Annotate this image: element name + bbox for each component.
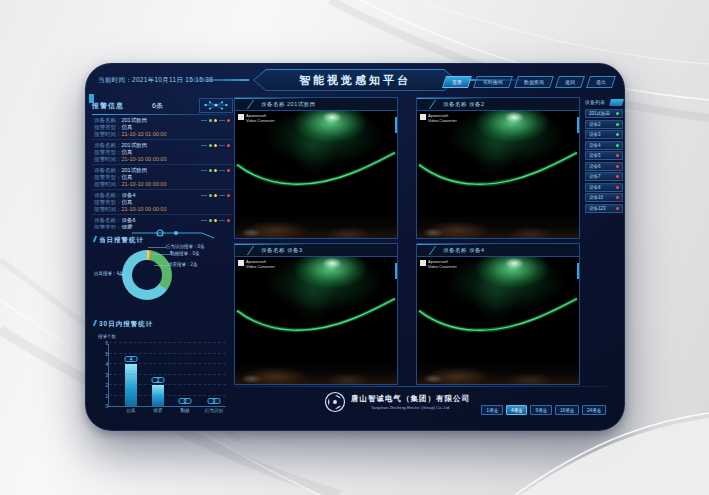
device-status-dot [616, 186, 619, 189]
y-axis-tick: 2 [100, 383, 108, 388]
video-panel-2[interactable]: 设备名称 设备2 ApowersoftVideo Converter [416, 97, 580, 239]
circuit-slider-decoration [132, 228, 232, 240]
alarm-type: 仿真 [122, 124, 133, 130]
device-status-dot [616, 196, 619, 199]
alarm-time: 21-10-10 00:00:00 [122, 156, 167, 162]
device-status-dot [616, 207, 619, 210]
device-item[interactable]: 设备5 [585, 151, 623, 160]
device-item[interactable]: 设备8 [585, 183, 623, 192]
y-axis-tick: 3 [100, 373, 108, 378]
gridline [109, 384, 226, 385]
daily-stats-title: 当日报警统计 [94, 236, 144, 245]
video-panel-4[interactable]: 设备名称 设备4 ApowersoftVideo Converter [416, 243, 580, 385]
device-item[interactable]: 设备123 [585, 204, 623, 213]
nav-realtime-curve-button[interactable]: 实时曲线 [473, 76, 513, 88]
machinery-silhouette [235, 257, 397, 384]
device-list-tab[interactable] [609, 99, 624, 106]
device-item[interactable]: 201试验田 [585, 109, 623, 118]
machinery-silhouette [235, 111, 397, 238]
video-feed[interactable]: ApowersoftVideo Converter [417, 257, 579, 384]
watermark: ApowersoftVideo Converter [420, 114, 457, 123]
panel-edge-accent [395, 263, 397, 279]
legend-leader-line [152, 254, 170, 255]
page-background: 当前时间：2021年10月11日 15:15:38 智能视觉感知平台 首页 实时… [0, 0, 709, 495]
device-item[interactable]: 设备2 [585, 120, 623, 129]
watermark-icon [238, 114, 244, 120]
page-title: 智能视觉感知平台 [254, 70, 456, 90]
channel-4-button[interactable]: 4通道 [506, 405, 528, 415]
video-panel-header: 设备名称 201试验田 [235, 98, 397, 111]
gridline [109, 363, 226, 364]
alarm-list-item[interactable]: 设备名称：设备6 报警类型：烟雾 报警时间：21-10-10 00:00:00 [92, 215, 233, 229]
bar-category-label: 仿真 [127, 408, 136, 413]
main-nav: 首页 实时曲线 数据查询 返回 退出 [444, 76, 614, 88]
alarm-list[interactable]: 设备名称：201试验田 报警类型：仿真 报警时间：21-10-10 01:00:… [92, 115, 233, 229]
alarm-list-item[interactable]: 设备名称：201试验田 报警类型：仿真 报警时间：21-10-10 00:00:… [92, 165, 233, 190]
nav-exit-button[interactable]: 退出 [586, 76, 616, 88]
video-panel-header: 设备名称 设备4 [417, 244, 579, 257]
alarm-type: 烟雾 [122, 224, 133, 229]
device-item[interactable]: 设备10 [585, 193, 623, 202]
bar-value-label: 0 [179, 398, 192, 404]
company-name-cn: 唐山智诚电气（集团）有限公司 [351, 394, 470, 404]
device-item[interactable]: 设备3 [585, 130, 623, 139]
video-panel-title: 设备名称 设备2 [443, 101, 485, 108]
machinery-silhouette [417, 257, 579, 384]
video-feed[interactable]: ApowersoftVideo Converter [417, 111, 579, 238]
video-panel-title: 设备名称 201试验田 [261, 101, 316, 108]
alarm-type: 仿真 [122, 149, 133, 155]
daily-alarm-donut-chart [122, 250, 172, 300]
donut-legend-crossing: 翻越报警：0条 [170, 251, 200, 256]
watermark-icon [238, 260, 244, 266]
video-panel-title: 设备名称 设备3 [261, 247, 303, 254]
gridline [109, 353, 226, 354]
channel-24-button[interactable]: 24通道 [582, 405, 606, 415]
alarm-device: 201试验田 [122, 167, 148, 173]
panel-edge-accent [395, 117, 397, 133]
nav-back-button[interactable]: 返回 [555, 76, 585, 88]
device-item[interactable]: 设备7 [585, 172, 623, 181]
nav-home-button[interactable]: 首页 [442, 76, 472, 88]
device-status-dot [616, 112, 619, 115]
video-panel-1[interactable]: 设备名称 201试验田 ApowersoftVideo Converter [234, 97, 398, 239]
left-sidebar: 报警信息 6条 设备名称：201试验田 报警类型：仿真 [92, 98, 233, 426]
alarm-panel-title: 报警信息 [92, 101, 124, 111]
watermark-icon [420, 114, 426, 120]
alarm-list-item[interactable]: 设备名称：201试验田 报警类型：仿真 报警时间：21-10-10 00:00:… [92, 140, 233, 165]
alarm-type: 仿真 [122, 199, 133, 205]
slash-decoration-icon [429, 246, 441, 255]
legend-leader-line [118, 274, 124, 275]
alarm-time: 21-10-10 00:00:00 [122, 206, 167, 212]
gridline [109, 395, 226, 396]
dashboard-root: 当前时间：2021年10月11日 15:15:38 智能视觉感知平台 首页 实时… [85, 63, 625, 431]
alarm-status-dots [201, 144, 230, 147]
video-feed[interactable]: ApowersoftVideo Converter [235, 111, 397, 238]
channel-16-button[interactable]: 16通道 [555, 405, 579, 415]
bar [152, 385, 164, 406]
bar-category-label: 烟雾 [154, 408, 163, 413]
legend-leader-line [148, 247, 166, 248]
device-list-panel: 设备列表 201试验田 设备2 设备3 设备4 设备5 设备6 设备7 设备8 … [585, 97, 623, 214]
y-axis-tick: 5 [100, 352, 108, 357]
alarm-panel-header: 报警信息 6条 [92, 98, 233, 114]
channel-9-button[interactable]: 9通道 [530, 405, 552, 415]
platform-title-plate: 智能视觉感知平台 [253, 69, 457, 91]
slash-decoration-icon [247, 100, 259, 109]
footer-divider [234, 386, 610, 387]
device-item[interactable]: 设备4 [585, 141, 623, 150]
channel-1-button[interactable]: 1通道 [481, 405, 503, 415]
bar-value-label: 2 [152, 377, 165, 383]
alarm-list-item[interactable]: 设备名称：201试验田 报警类型：仿真 报警时间：21-10-10 01:00:… [92, 115, 233, 140]
nav-data-query-button[interactable]: 数据查询 [514, 76, 554, 88]
video-feed[interactable]: ApowersoftVideo Converter [235, 257, 397, 384]
bar [125, 364, 137, 406]
donut-legend-smoke: 烟雾报警：2条 [168, 262, 198, 267]
device-status-dot [616, 165, 619, 168]
alarm-count-badge: 6条 [152, 101, 163, 111]
video-panel-3[interactable]: 设备名称 设备3 ApowersoftVideo Converter [234, 243, 398, 385]
y-axis-tick: 0 [100, 404, 108, 409]
device-item[interactable]: 设备6 [585, 162, 623, 171]
alarm-list-item[interactable]: 设备名称：设备4 报警类型：仿真 报警时间：21-10-10 00:00:00 [92, 190, 233, 215]
alarm-status-dots [201, 169, 230, 172]
alarm-time: 21-10-10 01:00:00 [122, 131, 167, 137]
